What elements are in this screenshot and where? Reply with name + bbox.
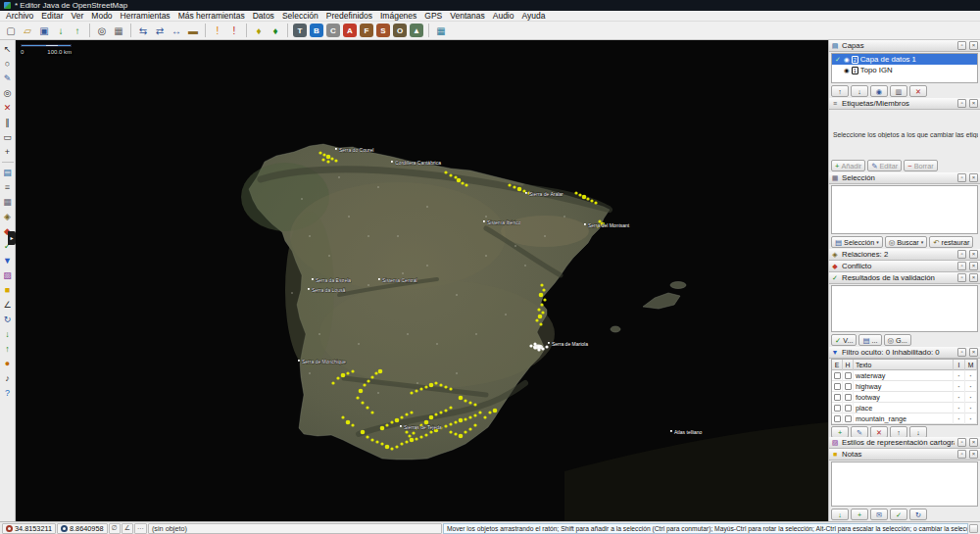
- improve-accuracy-tool-icon[interactable]: +: [1, 145, 15, 159]
- selection-toggle-icon[interactable]: ▦: [1, 195, 15, 209]
- menu-ver[interactable]: Ver: [68, 11, 88, 22]
- lookup-button[interactable]: ◎G...: [884, 334, 911, 346]
- menu-selección[interactable]: Selección: [278, 11, 322, 22]
- close-icon[interactable]: ×: [969, 262, 978, 270]
- food-preset-icon[interactable]: F: [360, 24, 373, 37]
- map-canvas[interactable]: Cordillera CantábricaSerra do CourelSier…: [16, 40, 828, 521]
- shop-preset-icon[interactable]: S: [376, 24, 390, 37]
- relations-panel-header[interactable]: ◈ Relaciones: 2 ▫ ×: [829, 249, 980, 261]
- menu-herramientas[interactable]: Herramientas: [117, 11, 174, 22]
- redo-icon[interactable]: ⇄: [152, 23, 168, 38]
- layer-visibility-eye-icon[interactable]: ◉: [844, 56, 850, 64]
- validation-results-list[interactable]: [831, 285, 978, 332]
- close-icon[interactable]: ×: [969, 348, 978, 357]
- filter-enable-checkbox[interactable]: [834, 405, 841, 412]
- filter-row[interactable]: place▪▪: [832, 403, 977, 413]
- menu-datos[interactable]: Datos: [249, 11, 278, 22]
- menu-predefinidos[interactable]: Predefinidos: [322, 11, 376, 22]
- notes-list[interactable]: [831, 461, 978, 507]
- car-preset-icon[interactable]: A: [343, 24, 357, 37]
- extrude-tool-icon[interactable]: ▭: [1, 130, 15, 144]
- close-icon[interactable]: ×: [969, 250, 978, 259]
- filter-inverted-cell[interactable]: ▪: [954, 381, 965, 392]
- dock-icon[interactable]: ▫: [957, 99, 966, 108]
- undo-icon[interactable]: ⇆: [135, 23, 151, 38]
- tram-preset-icon[interactable]: T: [293, 24, 307, 37]
- dock-icon[interactable]: ▫: [957, 450, 966, 459]
- comment-note-button[interactable]: ✉: [870, 509, 888, 520]
- notes-toggle-icon[interactable]: ■: [1, 283, 15, 297]
- filter-toggle-icon[interactable]: ▼: [1, 254, 15, 267]
- mapstyles-toggle-icon[interactable]: ▨: [1, 268, 15, 282]
- filter-hide-checkbox[interactable]: [845, 383, 852, 390]
- layer-row[interactable]: ◉1Topo IGN: [832, 65, 977, 75]
- open-file-icon[interactable]: ▱: [20, 23, 35, 38]
- menu-audio[interactable]: Audio: [489, 11, 518, 22]
- filter-row[interactable]: highway▪▪: [832, 381, 977, 392]
- transport-preset-icon[interactable]: C: [326, 24, 340, 37]
- warning-red-icon[interactable]: !: [226, 23, 242, 38]
- new-note-button[interactable]: +: [851, 509, 868, 520]
- menu-editar[interactable]: Editar: [37, 11, 67, 22]
- menu-archivo[interactable]: Archivo: [2, 11, 37, 22]
- upload-data-icon[interactable]: ↑: [70, 23, 85, 38]
- move-layer-down-button[interactable]: ↓: [851, 85, 868, 97]
- marker-green-icon[interactable]: ♦: [268, 23, 283, 38]
- menu-ventanas[interactable]: Ventanas: [446, 11, 488, 22]
- save-icon[interactable]: ▣: [36, 23, 52, 38]
- new-file-icon[interactable]: ▢: [3, 23, 19, 38]
- fix-button[interactable]: ▤...: [858, 334, 881, 346]
- dock-icon[interactable]: ▫: [957, 438, 966, 447]
- upload-selection-icon[interactable]: ↑: [1, 342, 15, 356]
- layer-visibility-eye-icon[interactable]: ◉: [844, 67, 850, 74]
- close-icon[interactable]: ×: [969, 99, 978, 108]
- filter-hide-checkbox[interactable]: [845, 405, 852, 412]
- relations-toggle-icon[interactable]: ◈: [1, 210, 15, 223]
- audio-icon[interactable]: ♪: [1, 371, 15, 385]
- validate-button[interactable]: ✓V...: [831, 334, 857, 346]
- dock-icon[interactable]: ▫: [957, 348, 966, 357]
- filter-row[interactable]: waterway▪▪: [832, 370, 977, 381]
- close-icon[interactable]: ×: [969, 438, 978, 447]
- delete-layer-button[interactable]: ✕: [909, 85, 927, 97]
- filter-row[interactable]: mountain_range▪▪: [832, 413, 977, 424]
- peak-preset-icon[interactable]: ▲: [410, 24, 423, 37]
- select-tool-icon[interactable]: ↖: [1, 42, 15, 56]
- warning-orange-icon[interactable]: !: [210, 23, 225, 38]
- bus-preset-icon[interactable]: B: [310, 24, 323, 37]
- edit-tag-button[interactable]: ✎Editar: [867, 160, 902, 171]
- filter-hide-checkbox[interactable]: [845, 394, 852, 401]
- restore-selection-button[interactable]: ↶restaurar: [929, 236, 973, 248]
- imagery-icon[interactable]: ▦: [433, 23, 449, 38]
- dock-icon[interactable]: ▫: [957, 273, 966, 282]
- close-icon[interactable]: ×: [969, 450, 978, 459]
- marker-yellow-icon[interactable]: ♦: [251, 23, 267, 38]
- measure-icon[interactable]: ▬: [185, 23, 201, 38]
- conflict-panel-header[interactable]: ◆ Conflicto ▫ ×: [829, 261, 980, 272]
- dock-icon[interactable]: ▫: [957, 41, 966, 50]
- selection-menu-button[interactable]: ▤Selección▾: [831, 236, 883, 248]
- close-icon[interactable]: ×: [969, 273, 978, 282]
- delete-tool-icon[interactable]: ✕: [1, 101, 15, 115]
- status-right-icon[interactable]: [969, 524, 978, 533]
- search-button[interactable]: ◎Buscar▾: [885, 236, 927, 248]
- zoom-tool-icon[interactable]: ◎: [1, 86, 15, 100]
- measure-panel-icon[interactable]: ∠: [1, 298, 15, 312]
- lasso-tool-icon[interactable]: ○: [1, 57, 15, 71]
- menu-ayuda[interactable]: Ayuda: [518, 11, 550, 22]
- add-tag-button[interactable]: +Añadir: [831, 160, 865, 171]
- filter-enable-checkbox[interactable]: [834, 415, 841, 422]
- close-icon[interactable]: ×: [969, 173, 978, 182]
- dock-icon[interactable]: ▫: [957, 250, 966, 259]
- history-icon[interactable]: ↻: [1, 313, 15, 326]
- close-icon[interactable]: ×: [969, 41, 978, 50]
- preferences-icon[interactable]: ▦: [111, 23, 126, 38]
- zoom-widget[interactable]: ···: [134, 523, 147, 534]
- filter-row[interactable]: footway▪▪: [832, 392, 977, 403]
- filter-hide-checkbox[interactable]: [845, 415, 852, 422]
- tags-toggle-icon[interactable]: ≡: [1, 180, 15, 194]
- active-layer-check-icon[interactable]: ✓: [834, 56, 842, 64]
- menu-gps[interactable]: GPS: [420, 11, 446, 22]
- filter-enable-checkbox[interactable]: [834, 394, 841, 401]
- filter-enable-checkbox[interactable]: [834, 383, 841, 390]
